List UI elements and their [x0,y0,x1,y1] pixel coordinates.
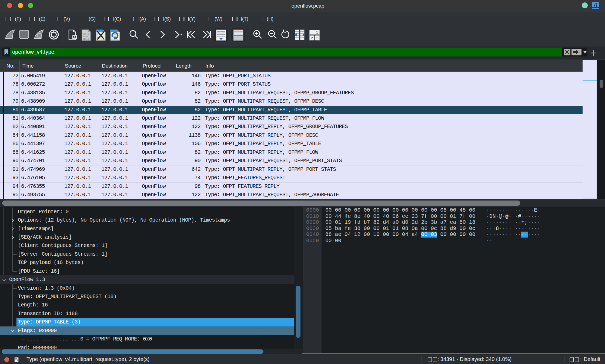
svg-text:01110: 01110 [83,38,89,40]
svg-text:3: 3 [316,36,318,40]
svg-text:1: 1 [316,31,318,34]
svg-text:01010: 01010 [83,33,89,35]
svg-text:01101: 01101 [83,36,89,38]
svg-text:2: 2 [311,36,313,40]
